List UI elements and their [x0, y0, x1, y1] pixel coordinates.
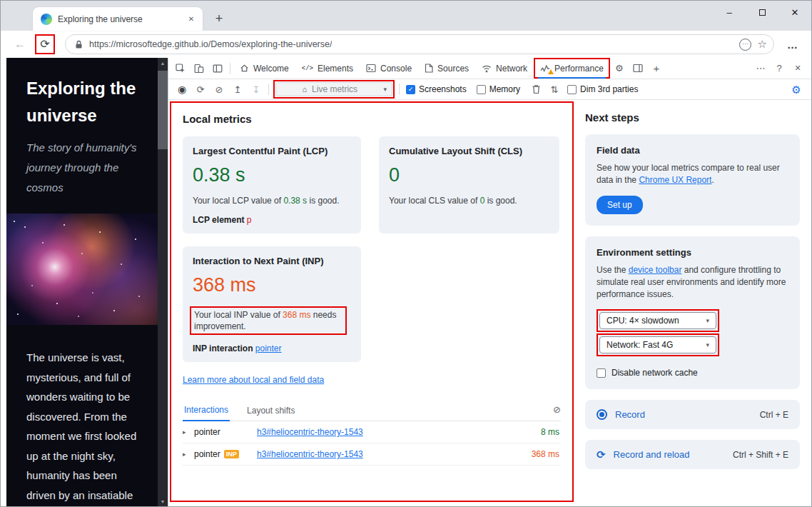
devtools-more-icon[interactable]: ⋯ — [751, 60, 770, 77]
tab-sources[interactable]: Sources — [418, 58, 475, 79]
interaction-row[interactable]: ▸ pointer INP h3#heliocentric-theory-154… — [183, 443, 561, 466]
memory-checkbox[interactable]: Memory — [477, 84, 520, 94]
tracking-prevention-icon[interactable]: ⋯ — [739, 39, 751, 51]
interaction-duration: 368 ms — [532, 449, 561, 459]
import-profile-button[interactable]: ↥ — [228, 81, 247, 98]
clear-log-icon[interactable]: ⊘ — [553, 404, 561, 418]
minimize-button[interactable]: – — [713, 1, 746, 24]
cpu-throttle-select[interactable]: CPU: 4× slowdown▾ — [599, 312, 716, 329]
dropdown-arrow-icon: ▾ — [706, 317, 709, 324]
window-controls: – ✕ — [713, 1, 811, 24]
dots-glyph: ⋯ — [742, 41, 748, 47]
url-text: https://microsoftedge.github.io/Demos/ex… — [89, 39, 332, 49]
performance-toolbar: ◉ ⟳ ⊘ ↥ ↧ ⌂ Live metrics ▾ ✓ Screenshots — [168, 79, 811, 100]
field-data-title: Field data — [597, 144, 788, 156]
device-toolbar-icon[interactable] — [190, 60, 208, 77]
dock-side-icon[interactable] — [629, 60, 647, 77]
new-tab-button[interactable]: + — [211, 11, 227, 26]
tab-layout-shifts[interactable]: Layout shifts — [245, 402, 296, 421]
export-profile-button[interactable]: ↧ — [247, 81, 265, 98]
close-button[interactable]: ✕ — [778, 1, 811, 24]
chrome-ux-report-link[interactable]: Chrome UX Report — [639, 175, 711, 185]
dropdown-arrow-icon: ▾ — [706, 341, 709, 348]
reload-and-record-button[interactable]: ⟳ — [191, 81, 210, 98]
trash-icon[interactable] — [527, 81, 545, 98]
browser-tab[interactable]: Exploring the universe ✕ — [33, 7, 203, 31]
lock-icon[interactable] — [75, 40, 83, 49]
tab-performance[interactable]: Performance — [534, 58, 610, 79]
web-page: Exploring the universe The story of huma… — [6, 58, 158, 506]
lcp-element-label: LCP element — [193, 215, 244, 225]
live-metrics-label: Live metrics — [312, 84, 357, 94]
local-metrics-heading: Local metrics — [183, 113, 561, 125]
record-card[interactable]: Record Ctrl + E — [585, 400, 800, 429]
nebula-image — [6, 214, 158, 325]
tab-network[interactable]: Network — [475, 58, 534, 79]
record-reload-card[interactable]: ⟳ Record and reload Ctrl + Shift + E — [585, 440, 800, 469]
tab-interactions[interactable]: Interactions — [183, 401, 230, 421]
favorites-star-icon[interactable]: ☆ — [758, 38, 767, 51]
dim-3rd-parties-checkbox[interactable]: Dim 3rd parties — [567, 84, 638, 94]
tab-welcome[interactable]: Welcome — [233, 58, 295, 79]
browser-window: Exploring the universe ✕ + – ✕ ← ⟳ https… — [0, 0, 812, 507]
checkbox-label: Dim 3rd parties — [580, 84, 638, 94]
tab-console[interactable]: Console — [360, 58, 418, 79]
divider — [399, 84, 400, 95]
home-icon: ⌂ — [302, 85, 307, 94]
checkbox-label: Screenshots — [419, 84, 467, 94]
scrollbar-track[interactable] — [158, 68, 168, 496]
browser-menu-button[interactable]: … — [784, 39, 801, 51]
sources-icon — [425, 64, 433, 73]
interaction-target-link[interactable]: h3#heliocentric-theory-1543 — [257, 449, 532, 459]
page-scrollbar[interactable]: ▲ ▼ — [158, 58, 168, 506]
inp-interaction-link[interactable]: pointer — [255, 343, 282, 353]
devtools-help-icon[interactable]: ? — [770, 60, 788, 77]
lcp-element-link[interactable]: p — [247, 215, 252, 225]
record-button[interactable]: ◉ — [173, 81, 191, 98]
cls-card: Cumulative Layout Shift (CLS) 0 Your loc… — [379, 136, 559, 234]
disable-cache-checkbox[interactable]: Disable network cache — [597, 368, 788, 378]
screenshots-checkbox[interactable]: ✓ Screenshots — [406, 84, 467, 94]
devtools-close-icon[interactable]: ✕ — [788, 60, 807, 77]
inspect-icon[interactable] — [171, 60, 190, 77]
interaction-row[interactable]: ▸ pointer h3#heliocentric-theory-1543 8 … — [183, 421, 561, 443]
scroll-down-icon[interactable]: ▼ — [158, 496, 168, 506]
scroll-up-icon[interactable]: ▲ — [158, 58, 168, 68]
select-value: Network: Fast 4G — [607, 340, 673, 350]
panel-layout-icon[interactable] — [208, 60, 227, 77]
perf-settings-gear-icon[interactable]: ⚙ — [787, 81, 806, 98]
divider — [230, 63, 230, 74]
learn-more-link[interactable]: Learn more about local and field data — [183, 375, 324, 385]
record-reload-icon: ⟳ — [597, 449, 606, 460]
inp-description-annotation-box: Your local INP value of 368 ms needs imp… — [190, 306, 347, 335]
device-toolbar-link[interactable]: device toolbar — [629, 265, 682, 275]
record-reload-label: Record and reload — [614, 449, 690, 460]
network-throttle-select[interactable]: Network: Fast 4G▾ — [599, 336, 716, 353]
scrollbar-thumb[interactable] — [158, 71, 168, 149]
tab-elements[interactable]: </> Elements — [295, 58, 360, 79]
add-panel-icon[interactable]: + — [647, 60, 666, 77]
lcp-description: Your local LCP value of 0.38 s is good. — [193, 195, 351, 206]
throttle-icon[interactable]: ⇅ — [545, 81, 564, 98]
checkbox-icon — [597, 368, 606, 378]
address-bar-input[interactable]: https://microsoftedge.github.io/Demos/ex… — [65, 34, 774, 54]
interaction-target-link[interactable]: h3#heliocentric-theory-1543 — [257, 427, 541, 437]
interaction-name-cell: pointer INP — [194, 449, 257, 459]
refresh-button[interactable]: ⟳ — [37, 39, 53, 50]
clear-button[interactable]: ⊘ — [210, 81, 228, 98]
maximize-button[interactable] — [746, 1, 778, 24]
environment-settings-title: Environment settings — [597, 246, 788, 258]
expand-caret-icon[interactable]: ▸ — [183, 428, 194, 436]
tab-close-icon[interactable]: ✕ — [186, 15, 197, 23]
interaction-duration: 8 ms — [541, 427, 561, 437]
live-metrics-annotation-box: ⌂ Live metrics ▾ — [273, 80, 395, 99]
settings-gear-icon[interactable]: ⚙ — [610, 60, 629, 77]
metric-cards: Largest Contentful Paint (LCP) 0.38 s Yo… — [183, 136, 561, 362]
network-select-annotation-box: Network: Fast 4G▾ — [597, 333, 719, 356]
set-up-button[interactable]: Set up — [597, 196, 643, 214]
devtools-panel: Welcome </> Elements Console Sources Net… — [168, 58, 811, 506]
back-button[interactable]: ← — [12, 39, 28, 50]
log-tab-bar: Interactions Layout shifts ⊘ — [183, 401, 561, 421]
live-metrics-dropdown[interactable]: ⌂ Live metrics ▾ — [275, 82, 392, 96]
expand-caret-icon[interactable]: ▸ — [183, 451, 194, 458]
